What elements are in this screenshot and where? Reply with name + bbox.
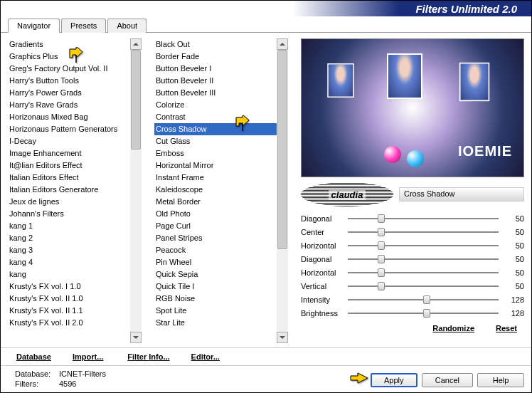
list-item[interactable]: Krusty's FX vol. II 2.0 xyxy=(8,317,142,329)
list-item[interactable]: Pin Wheel xyxy=(154,256,288,268)
slider-row: Horizontal50 xyxy=(301,239,524,252)
status-bar: Database:ICNET-Filters Filters:4596 Appl… xyxy=(1,365,531,393)
list-item[interactable]: Harry's Rave Grads xyxy=(8,99,142,111)
list-item[interactable]: Button Beveler III xyxy=(154,87,288,99)
slider-track[interactable] xyxy=(348,313,499,314)
list-item[interactable]: Jeux de lignes xyxy=(8,196,142,208)
filters-count-label: Filters: xyxy=(15,379,59,389)
list-item[interactable]: kang 4 xyxy=(8,256,142,268)
slider-track[interactable] xyxy=(348,299,499,300)
scroll-down-button[interactable] xyxy=(277,332,288,343)
list-item[interactable]: RGB Noise xyxy=(154,293,288,305)
list-item[interactable]: Star Lite xyxy=(154,317,288,329)
slider-track[interactable] xyxy=(348,218,499,219)
tab-about[interactable]: About xyxy=(107,19,147,33)
cancel-button[interactable]: Cancel xyxy=(422,373,473,387)
editor-button[interactable]: Editor... xyxy=(191,352,220,361)
list-item[interactable]: Button Beveler II xyxy=(154,75,288,87)
slider-value: 50 xyxy=(503,282,524,290)
slider-value: 50 xyxy=(503,214,524,223)
randomize-button[interactable]: Randomize xyxy=(432,324,474,332)
list-item[interactable]: Colorize xyxy=(154,99,288,111)
list-item[interactable]: kang xyxy=(8,268,142,281)
import-button[interactable]: Import... xyxy=(73,352,103,361)
list-item[interactable]: Instant Frame xyxy=(154,172,288,184)
tab-strip: NavigatorPresetsAbout xyxy=(1,16,531,33)
slider-track[interactable] xyxy=(348,245,499,246)
list-item[interactable]: Graphics Plus xyxy=(8,51,142,63)
database-button[interactable]: Database xyxy=(16,352,51,361)
list-item[interactable]: Horizontal Mirror xyxy=(154,159,288,172)
list-item[interactable]: L en K landksiteofwonders xyxy=(8,329,142,330)
list-item[interactable]: Harry's Button Tools xyxy=(8,75,142,87)
list-item[interactable]: Italian Editors Effect xyxy=(8,172,142,184)
slider-thumb[interactable] xyxy=(378,228,385,236)
filter-scrollbar[interactable] xyxy=(277,38,288,343)
list-item[interactable]: Peacock xyxy=(154,244,288,256)
scroll-up-button[interactable] xyxy=(277,38,288,50)
list-item[interactable]: Border Fade xyxy=(154,51,288,63)
slider-thumb[interactable] xyxy=(378,282,385,290)
list-item[interactable]: Emboss xyxy=(154,147,288,159)
list-item[interactable]: Johann's Filters xyxy=(8,208,142,220)
scroll-thumb[interactable] xyxy=(277,50,287,249)
list-item[interactable]: Page Curl xyxy=(154,220,288,232)
db-value: ICNET-Filters xyxy=(59,369,106,379)
filter-info-button[interactable]: Filter Info... xyxy=(127,352,169,361)
reset-button[interactable]: Reset xyxy=(496,324,517,332)
slider-thumb[interactable] xyxy=(378,241,385,250)
scroll-thumb[interactable] xyxy=(131,50,141,150)
list-item[interactable]: Cross Shadow xyxy=(154,123,288,135)
slider-thumb[interactable] xyxy=(423,309,430,318)
list-item[interactable]: Italian Editors Generatore xyxy=(8,184,142,196)
list-item[interactable]: Krusty's FX vol. I 1.0 xyxy=(8,281,142,293)
list-item[interactable]: kang 3 xyxy=(8,244,142,256)
list-item[interactable]: Cut Glass xyxy=(154,135,288,147)
list-item[interactable]: kang 1 xyxy=(8,220,142,232)
list-item[interactable]: Quick Sepia xyxy=(154,268,288,281)
slider-value: 50 xyxy=(503,228,524,236)
slider-row: Vertical50 xyxy=(301,279,524,293)
list-item[interactable]: Image Enhancement xyxy=(8,147,142,159)
list-item[interactable]: Gradients xyxy=(8,38,142,51)
list-item[interactable]: Panel Stripes xyxy=(154,232,288,244)
list-item[interactable]: Krusty's FX vol. II 1.0 xyxy=(8,293,142,305)
list-item[interactable]: Harry's Power Grads xyxy=(8,87,142,99)
apply-button[interactable]: Apply xyxy=(371,373,417,387)
list-item[interactable]: Kaleidoscope xyxy=(154,184,288,196)
list-item[interactable]: Krusty's FX vol. II 1.1 xyxy=(8,305,142,317)
category-scrollbar[interactable] xyxy=(130,38,142,343)
list-item[interactable]: Tinted Glass xyxy=(154,329,288,330)
filter-list[interactable]: Black OutBorder FadeButton Beveler IButt… xyxy=(154,38,288,330)
bottom-toolbar: Database Import... Filter Info... Editor… xyxy=(1,347,531,365)
tab-presets[interactable]: Presets xyxy=(61,19,106,33)
list-item[interactable]: Black Out xyxy=(154,38,288,51)
list-item[interactable]: Contrast xyxy=(154,111,288,123)
category-list[interactable]: GradientsGraphics PlusGreg's Factory Out… xyxy=(8,38,142,330)
slider-thumb[interactable] xyxy=(378,255,385,263)
scroll-down-button[interactable] xyxy=(130,332,142,343)
list-item[interactable]: Metal Border xyxy=(154,196,288,208)
slider-track[interactable] xyxy=(348,231,499,233)
list-item[interactable]: Quick Tile I xyxy=(154,281,288,293)
slider-row: Diagonal50 xyxy=(301,211,524,225)
slider-thumb[interactable] xyxy=(378,268,385,277)
slider-thumb[interactable] xyxy=(378,214,385,223)
list-item[interactable]: Horizonaus Pattern Generators xyxy=(8,123,142,135)
list-item[interactable]: I-Decay xyxy=(8,135,142,147)
slider-track[interactable] xyxy=(348,285,499,287)
list-item[interactable]: Spot Lite xyxy=(154,305,288,317)
slider-track[interactable] xyxy=(348,272,499,273)
list-item[interactable]: Button Beveler I xyxy=(154,63,288,75)
list-item[interactable]: Horizonaus Mixed Bag xyxy=(8,111,142,123)
list-item[interactable]: kang 2 xyxy=(8,232,142,244)
slider-row: Center50 xyxy=(301,225,524,239)
scroll-up-button[interactable] xyxy=(130,38,142,50)
list-item[interactable]: Old Photo xyxy=(154,208,288,220)
slider-track[interactable] xyxy=(348,258,499,260)
list-item[interactable]: It@lian Editors Effect xyxy=(8,159,142,172)
list-item[interactable]: Greg's Factory Output Vol. II xyxy=(8,63,142,75)
help-button[interactable]: Help xyxy=(477,373,524,387)
slider-thumb[interactable] xyxy=(423,295,430,304)
tab-navigator[interactable]: Navigator xyxy=(8,19,60,33)
